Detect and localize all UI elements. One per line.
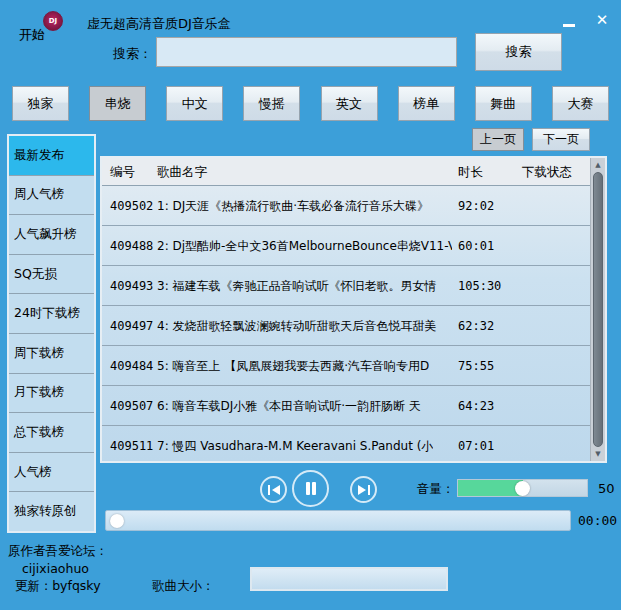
sidebar-item[interactable]: 最新发布	[9, 136, 94, 176]
chart-sidebar: 最新发布 周人气榜 人气飙升榜 SQ无损 24时下载榜 周下载榜 月下载榜 总下…	[7, 134, 96, 533]
song-table: 编号 歌曲名字 时长 下载状态 409502 1: DJ天涯《热播流行歌曲·车载…	[100, 156, 607, 463]
pause-button[interactable]	[292, 470, 329, 507]
previous-track-button[interactable]	[260, 476, 287, 503]
category-tab[interactable]: 独家	[12, 86, 69, 121]
sidebar-item[interactable]: 周人气榜	[9, 176, 94, 216]
column-header-duration: 时长	[458, 158, 483, 186]
song-id: 409502	[110, 186, 153, 226]
song-id: 409507	[110, 386, 153, 426]
sidebar-item[interactable]: 周下载榜	[9, 334, 94, 374]
song-duration: 75:55	[458, 346, 494, 386]
scrollbar-thumb[interactable]	[593, 172, 603, 447]
volume-slider[interactable]	[457, 479, 588, 497]
song-name: 3: 福建车载《奔驰正品音响试听《怀旧老歌。男女情	[157, 266, 437, 306]
sidebar-item[interactable]: 月下载榜	[9, 374, 94, 414]
category-tab[interactable]: 舞曲	[475, 86, 532, 121]
category-tab[interactable]: 英文	[321, 86, 378, 121]
table-row[interactable]: 409502 1: DJ天涯《热播流行歌曲·车载必备流行音乐大碟》 92:02	[102, 186, 590, 226]
scroll-down-icon[interactable]: ▼	[591, 447, 605, 461]
search-input[interactable]	[156, 37, 457, 67]
scroll-up-icon[interactable]: ▲	[591, 158, 605, 172]
next-track-button[interactable]	[350, 476, 377, 503]
next-triangle-icon	[358, 485, 366, 495]
progress-thumb[interactable]	[110, 514, 124, 528]
dj-headphones-icon: DJ	[43, 11, 63, 31]
column-header-id: 编号	[110, 158, 135, 186]
column-header-name: 歌曲名字	[157, 158, 207, 186]
category-tab[interactable]: 串烧	[89, 86, 146, 121]
volume-fill	[458, 480, 523, 496]
song-id: 409493	[110, 266, 153, 306]
song-name: 5: 嗨音至上 【凤凰展翅我要去西藏·汽车音响专用D	[157, 346, 429, 386]
song-size-label: 歌曲大小 :	[152, 578, 210, 595]
table-rows: 409502 1: DJ天涯《热播流行歌曲·车载必备流行音乐大碟》 92:02 …	[102, 186, 590, 461]
song-duration: 07:01	[458, 426, 494, 463]
song-name: 4: 发烧甜歌轻飘波澜婉转动听甜歌天后音色悦耳甜美	[157, 306, 437, 346]
song-name: 2: Dj型酷帅-全中文36首MelbourneBounce串烧V11-V1	[157, 226, 452, 266]
table-row[interactable]: 409497 4: 发烧甜歌轻飘波澜婉转动听甜歌天后音色悦耳甜美 62:32	[102, 306, 590, 346]
sidebar-item[interactable]: 总下载榜	[9, 413, 94, 453]
window-title: 虚无超高清音质DJ音乐盒	[87, 15, 231, 33]
category-tabs: 独家 串烧 中文 慢摇 英文 榜单 舞曲 大赛	[0, 86, 621, 121]
volume-label: 音量 :	[417, 481, 450, 498]
search-button[interactable]: 搜索	[475, 33, 562, 71]
category-tab[interactable]: 大赛	[552, 86, 609, 121]
song-id: 409488	[110, 226, 153, 266]
song-name: 6: 嗨音车载DJ小雅《本田音响试听·一韵肝肠断 天	[157, 386, 421, 426]
song-name: 1: DJ天涯《热播流行歌曲·车载必备流行音乐大碟》	[157, 186, 429, 226]
song-duration: 92:02	[458, 186, 494, 226]
start-label: 开始	[19, 26, 45, 44]
minimize-icon[interactable]	[560, 12, 578, 30]
song-duration: 60:01	[458, 226, 494, 266]
pause-icon	[306, 482, 310, 495]
sidebar-item[interactable]: 人气飙升榜	[9, 215, 94, 255]
volume-value: 50	[598, 481, 615, 496]
table-row[interactable]: 409493 3: 福建车载《奔驰正品音响试听《怀旧老歌。男女情 105:30	[102, 266, 590, 306]
prev-track-icon	[268, 485, 270, 495]
song-duration: 64:23	[458, 386, 494, 426]
column-header-status: 下载状态	[522, 158, 572, 186]
song-duration: 105:30	[458, 266, 501, 306]
pause-icon	[312, 482, 316, 495]
prev-triangle-icon	[272, 485, 280, 495]
song-size-field[interactable]	[250, 567, 448, 591]
song-id: 409511	[110, 426, 153, 463]
song-name: 7: 慢四 Vasudhara-M.M Keeravani S.Pandut (…	[157, 426, 433, 463]
close-icon[interactable]: ✕	[592, 10, 612, 30]
song-duration: 62:32	[458, 306, 494, 346]
progress-slider[interactable]	[105, 510, 571, 531]
search-label: 搜索 :	[113, 45, 148, 63]
prev-page-button[interactable]: 上一页	[472, 128, 524, 151]
next-track-icon	[368, 485, 370, 495]
table-header: 编号 歌曲名字 时长 下载状态	[102, 158, 605, 186]
song-id: 409484	[110, 346, 153, 386]
sidebar-item[interactable]: SQ无损	[9, 255, 94, 295]
next-page-button[interactable]: 下一页	[532, 128, 590, 151]
table-row[interactable]: 409484 5: 嗨音至上 【凤凰展翅我要去西藏·汽车音响专用D 75:55	[102, 346, 590, 386]
table-scrollbar[interactable]: ▲ ▼	[590, 158, 605, 461]
sidebar-item[interactable]: 人气榜	[9, 453, 94, 493]
volume-thumb[interactable]	[515, 481, 530, 496]
app-window: DJ 开始 虚无超高清音质DJ音乐盒 ✕ 搜索 : 搜索 独家 串烧 中文 慢摇…	[0, 0, 621, 610]
minimize-bar	[563, 24, 575, 27]
category-tab[interactable]: 慢摇	[243, 86, 300, 121]
origin-forum-label: 原作者吾爱论坛 :	[8, 543, 104, 560]
category-tab[interactable]: 中文	[166, 86, 223, 121]
song-id: 409497	[110, 306, 153, 346]
table-row[interactable]: 409511 7: 慢四 Vasudhara-M.M Keeravani S.P…	[102, 426, 590, 463]
sidebar-item[interactable]: 独家转原创	[9, 492, 94, 531]
category-tab[interactable]: 榜单	[398, 86, 455, 121]
origin-author: cijixiaohuo	[22, 561, 89, 576]
sidebar-item[interactable]: 24时下载榜	[9, 294, 94, 334]
updater-credit: 更新 : byfqsky	[15, 578, 101, 595]
table-row[interactable]: 409507 6: 嗨音车载DJ小雅《本田音响试听·一韵肝肠断 天 64:23	[102, 386, 590, 426]
elapsed-time: 00:00	[578, 513, 617, 528]
table-row[interactable]: 409488 2: Dj型酷帅-全中文36首MelbourneBounce串烧V…	[102, 226, 590, 266]
